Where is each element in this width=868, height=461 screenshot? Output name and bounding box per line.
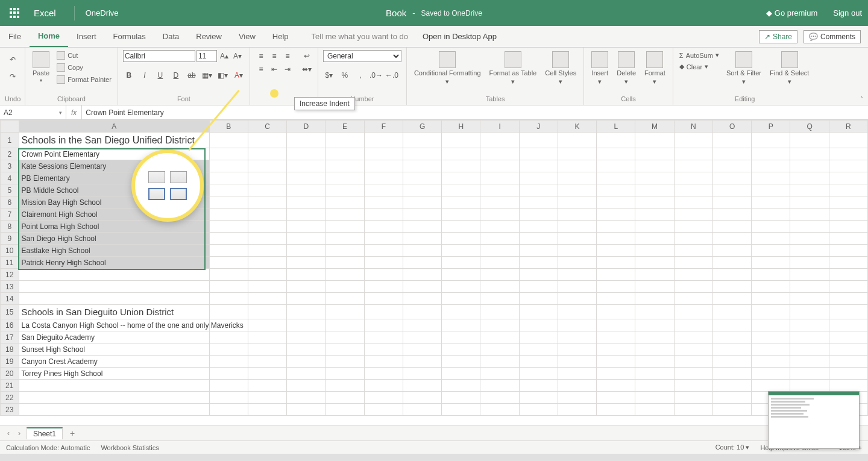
row-header-5[interactable]: 5 [1,184,19,196]
row-header-12[interactable]: 12 [1,269,19,281]
cell-K3[interactable] [558,160,596,172]
cell-R19[interactable] [829,356,867,368]
cell-J13[interactable] [519,281,558,293]
cell-I14[interactable] [480,293,519,305]
tell-me-search[interactable]: Tell me what you want to do [312,32,408,41]
cell-C20[interactable] [248,368,286,380]
cell-C14[interactable] [248,293,286,305]
cell-K8[interactable] [558,221,596,233]
cell-O17[interactable] [712,331,751,343]
cell-B3[interactable] [209,160,248,172]
cell-L11[interactable] [597,257,635,269]
cell-L3[interactable] [597,160,635,172]
cell-F21[interactable] [364,380,403,392]
cell-B4[interactable] [209,172,248,184]
cell-Q2[interactable] [790,148,829,160]
cell-K11[interactable] [558,257,596,269]
selection-count[interactable]: Count: 10 ▾ [715,444,750,451]
border-icon[interactable]: ▦▾ [201,69,213,81]
increase-indent-icon[interactable]: ⇥ [281,63,294,75]
cell-R4[interactable] [829,172,867,184]
cell-C3[interactable] [248,160,286,172]
cell-F4[interactable] [364,172,403,184]
cell-Q18[interactable] [790,343,829,356]
cell-D9[interactable] [287,233,326,245]
cell-E9[interactable] [326,233,364,245]
underline-icon[interactable]: U [154,69,166,81]
cell-J17[interactable] [519,331,558,343]
merge-center-icon[interactable]: ⬌▾ [301,63,313,75]
format-cells-button[interactable]: Format▾ [642,50,668,87]
cell-O15[interactable] [712,305,751,319]
cell-H8[interactable] [442,221,480,233]
share-button[interactable]: ↗ Share [759,30,797,43]
cell-G14[interactable] [403,293,441,305]
cell-D3[interactable] [287,160,326,172]
cell-K9[interactable] [558,233,596,245]
row-header-14[interactable]: 14 [1,293,19,305]
cell-E10[interactable] [326,245,364,257]
cell-B15[interactable] [209,305,248,319]
cell-Q3[interactable] [790,160,829,172]
cell-A9[interactable]: San Diego High School [19,233,209,245]
cell-K12[interactable] [558,269,596,281]
cell-L18[interactable] [597,343,635,356]
cell-L4[interactable] [597,172,635,184]
cell-D22[interactable] [287,392,326,404]
row-header-7[interactable]: 7 [1,209,19,221]
cell-G15[interactable] [403,305,441,319]
cell-G5[interactable] [403,184,441,196]
cell-R16[interactable] [829,319,867,331]
cell-C6[interactable] [248,196,286,209]
select-all-corner[interactable] [1,121,19,133]
cell-P13[interactable] [752,281,790,293]
cell-M22[interactable] [635,392,674,404]
cell-H5[interactable] [442,184,480,196]
cell-B19[interactable] [209,356,248,368]
row-header-9[interactable]: 9 [1,233,19,245]
cell-C2[interactable] [248,148,286,160]
cell-J21[interactable] [519,380,558,392]
cell-N5[interactable] [674,184,712,196]
cell-P19[interactable] [752,356,790,368]
cell-R11[interactable] [829,257,867,269]
cell-Q7[interactable] [790,209,829,221]
cell-G16[interactable] [403,319,441,331]
cell-B21[interactable] [209,380,248,392]
cell-E8[interactable] [326,221,364,233]
cell-E13[interactable] [326,281,364,293]
cell-M1[interactable] [635,133,674,148]
align-top-icon[interactable]: ≡ [255,50,267,62]
cell-D19[interactable] [287,356,326,368]
cell-K18[interactable] [558,343,596,356]
menu-tab-home[interactable]: Home [30,26,68,47]
cell-I7[interactable] [480,209,519,221]
cell-J16[interactable] [519,319,558,331]
cell-B9[interactable] [209,233,248,245]
cell-F14[interactable] [364,293,403,305]
cell-E7[interactable] [326,209,364,221]
row-header-21[interactable]: 21 [1,380,19,392]
cell-E18[interactable] [326,343,364,356]
insert-cells-button[interactable]: Insert▾ [589,50,611,87]
cell-G19[interactable] [403,356,441,368]
cell-G3[interactable] [403,160,441,172]
column-header-J[interactable]: J [519,121,558,133]
cell-styles-button[interactable]: Cell Styles▾ [542,50,579,87]
cell-M13[interactable] [635,281,674,293]
sign-out-button[interactable]: Sign out [833,8,862,17]
cell-B17[interactable] [209,331,248,343]
cell-R13[interactable] [829,281,867,293]
cell-O12[interactable] [712,269,751,281]
row-header-3[interactable]: 3 [1,160,19,172]
cell-R21[interactable] [829,380,867,392]
autosum-button[interactable]: ΣAutoSum▾ [678,50,720,60]
cell-R18[interactable] [829,343,867,356]
cell-G21[interactable] [403,380,441,392]
cell-Q10[interactable] [790,245,829,257]
cell-K16[interactable] [558,319,596,331]
cell-H22[interactable] [442,392,480,404]
cell-I2[interactable] [480,148,519,160]
cell-L19[interactable] [597,356,635,368]
menu-tab-help[interactable]: Help [264,26,297,47]
